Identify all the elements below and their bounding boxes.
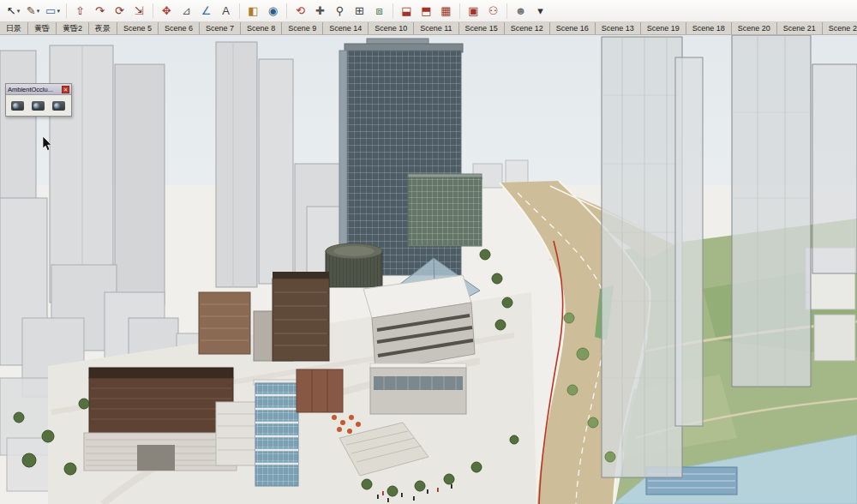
toolbar-separator	[286, 3, 287, 19]
walk-tool-glyph: ⚇	[488, 5, 499, 16]
glass-annex	[408, 174, 482, 246]
zoom-window-tool[interactable]: ⊞	[350, 2, 369, 21]
ao-panel-body	[6, 95, 71, 116]
scene-tab-scene-10[interactable]: Scene 10	[369, 22, 414, 34]
scene-tab-scene-8[interactable]: Scene 8	[241, 22, 282, 34]
dropdown-caret-icon[interactable]: ▾	[57, 8, 60, 14]
eye-tool[interactable]: ◉	[263, 2, 283, 21]
dropdown-caret-icon[interactable]: ▾	[17, 8, 21, 14]
text-tool[interactable]: A	[216, 2, 236, 21]
scene-tab-日景[interactable]: 日景	[0, 22, 28, 34]
pencil-tool[interactable]: ✎▾	[23, 2, 43, 21]
scene-tab-scene-12[interactable]: Scene 12	[505, 22, 550, 34]
scene-tab-scene-18[interactable]: Scene 18	[686, 22, 732, 34]
scene-tab-scene-13[interactable]: Scene 13	[596, 22, 641, 34]
scale-tool-glyph: ⇲	[135, 5, 144, 16]
scene-tab-scene-16[interactable]: Scene 16	[550, 22, 596, 34]
toolbar-separator	[459, 3, 460, 19]
scene-tab-scene-19[interactable]: Scene 19	[641, 22, 686, 34]
zoom-tool[interactable]: ⚲	[330, 2, 350, 21]
zoom-tool-glyph: ⚲	[336, 5, 345, 16]
eye-tool-glyph: ◉	[268, 5, 278, 16]
ao-panel-titlebar[interactable]: AmbientOcclu... ×	[6, 84, 71, 95]
ao-render-preset-2[interactable]	[28, 98, 47, 113]
toolbar-separator	[506, 3, 507, 19]
tape-measure-tool[interactable]: ⊿	[177, 2, 196, 21]
move-tool-glyph: ✥	[162, 5, 171, 16]
section-cuts-toggle[interactable]: ⬒	[417, 2, 436, 21]
scene-tab-scene-6[interactable]: Scene 6	[159, 22, 200, 34]
ao-render-preset-3[interactable]	[49, 98, 68, 113]
scene-tab-黄昏[interactable]: 黄昏	[28, 22, 57, 34]
user-account-icon-glyph: ☻	[515, 5, 527, 16]
ao-render-preset-3-icon	[52, 101, 65, 111]
toolbar-overflow[interactable]: ▾	[530, 2, 550, 21]
orbit-tool-glyph: ⟲	[296, 5, 305, 16]
pan-tool[interactable]: ✚	[310, 2, 330, 21]
app-window: { "toolbar": { "groups": [ { "icons": [ …	[0, 0, 857, 504]
paint-bucket-tool-glyph: ◧	[248, 5, 258, 16]
toolbar-separator	[239, 3, 240, 19]
paint-bucket-tool[interactable]: ◧	[243, 2, 263, 21]
zoom-window-tool-glyph: ⊞	[355, 5, 364, 16]
push-pull-tool-glyph: ⇧	[75, 5, 85, 16]
scene-tab-scene-15[interactable]: Scene 15	[459, 22, 505, 34]
scene-tab-夜景[interactable]: 夜景	[89, 22, 117, 34]
ao-render-preset-1-icon	[11, 101, 24, 111]
toolbar-separator	[153, 3, 153, 19]
ao-panel-title: AmbientOcclu...	[8, 86, 62, 93]
scene-tab-scene-20[interactable]: Scene 20	[732, 22, 777, 34]
ao-render-preset-2-icon	[32, 101, 45, 111]
dropdown-caret-icon[interactable]: ▾	[37, 8, 40, 14]
follow-me-tool[interactable]: ↷	[90, 2, 110, 21]
shapes-tool-glyph: ▭	[45, 5, 56, 16]
tape-measure-tool-glyph: ⊿	[182, 5, 191, 16]
toolbar-separator	[66, 3, 67, 19]
scene-tab-scene-7[interactable]: Scene 7	[200, 22, 241, 34]
select-tool-glyph: ↖	[7, 5, 16, 16]
scene-tab-黄昏2[interactable]: 黄昏2	[57, 22, 89, 34]
scene-tab-scene-21[interactable]: Scene 21	[777, 22, 823, 34]
rotate-tool-glyph: ⟳	[115, 5, 124, 16]
toolbar: ↖▾✎▾▭▾⇧↷⟳⇲✥⊿∠A◧◉⟲✚⚲⊞⧈⬓⬒▦▣⚇☻▾	[0, 0, 857, 22]
close-icon[interactable]: ×	[62, 86, 69, 93]
pan-tool-glyph: ✚	[315, 5, 325, 16]
scene-tab-scene-22[interactable]: Scene 22	[823, 22, 857, 34]
scale-tool[interactable]: ⇲	[129, 2, 149, 21]
section-fill-toggle[interactable]: ▦	[436, 2, 456, 21]
walk-tool[interactable]: ⚇	[483, 2, 503, 21]
text-tool-glyph: A	[222, 5, 230, 16]
camera-position-tool[interactable]: ▣	[464, 2, 483, 21]
toolbar-separator	[393, 3, 393, 19]
viewport-canvas[interactable]	[0, 35, 857, 504]
ao-render-preset-1[interactable]	[8, 98, 27, 113]
follow-me-tool-glyph: ↷	[95, 5, 105, 16]
section-plane-tool[interactable]: ⬓	[397, 2, 417, 21]
section-fill-toggle-glyph: ▦	[440, 5, 451, 16]
move-tool[interactable]: ✥	[157, 2, 177, 21]
user-account-icon[interactable]: ☻	[511, 2, 530, 21]
scene-tab-scene-11[interactable]: Scene 11	[414, 22, 458, 34]
protractor-tool[interactable]: ∠	[196, 2, 216, 21]
toolbar-overflow-glyph: ▾	[537, 5, 543, 16]
scene-tab-scene-5[interactable]: Scene 5	[117, 22, 159, 34]
zoom-extents-tool[interactable]: ⧈	[369, 2, 389, 21]
orbit-tool[interactable]: ⟲	[291, 2, 310, 21]
shapes-tool[interactable]: ▭▾	[43, 2, 63, 21]
rotate-tool[interactable]: ⟳	[110, 2, 129, 21]
section-plane-tool-glyph: ⬓	[401, 5, 411, 16]
select-tool[interactable]: ↖▾	[3, 2, 23, 21]
pencil-tool-glyph: ✎	[27, 5, 36, 16]
scene-tab-scene-9[interactable]: Scene 9	[282, 22, 323, 34]
scene-tab-scene-14[interactable]: Scene 14	[323, 22, 369, 34]
camera-position-tool-glyph: ▣	[468, 5, 478, 16]
scene-tabs: 日景黄昏黄昏2夜景Scene 5Scene 6Scene 7Scene 8Sce…	[0, 22, 857, 35]
viewport: AmbientOcclu... ×	[0, 35, 857, 504]
push-pull-tool[interactable]: ⇧	[70, 2, 90, 21]
ambient-occlusion-panel[interactable]: AmbientOcclu... ×	[5, 83, 72, 117]
protractor-tool-glyph: ∠	[201, 5, 212, 16]
section-cuts-toggle-glyph: ⬒	[421, 5, 431, 16]
zoom-extents-tool-glyph: ⧈	[375, 5, 382, 16]
